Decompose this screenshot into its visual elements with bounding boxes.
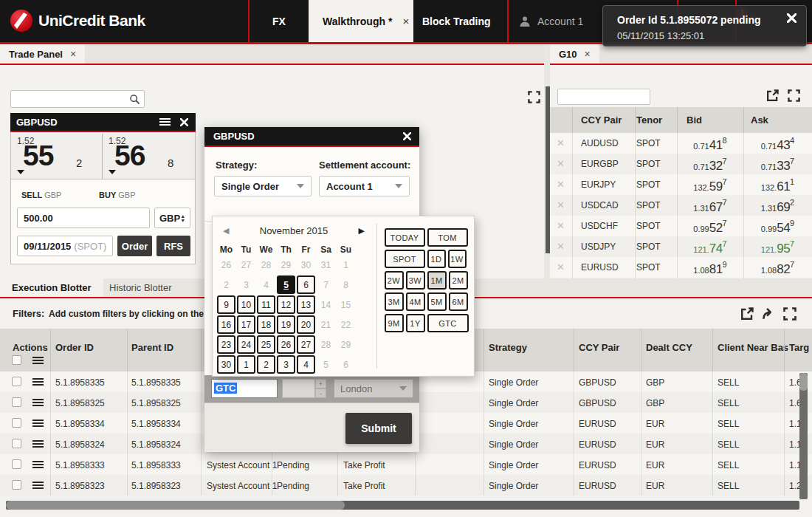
share-icon[interactable] (762, 307, 775, 321)
rate-row[interactable]: ✕ EURJPY SPOT 132.597 132.611 (550, 174, 812, 195)
tenor-button[interactable]: 3M (385, 292, 404, 311)
select-all-checkbox[interactable] (12, 355, 21, 365)
calendar-day[interactable]: 3 (277, 355, 295, 374)
bid-price[interactable]: 0.99527 (677, 219, 743, 236)
calendar-day[interactable]: 29 (337, 335, 355, 354)
col-order-id[interactable]: Order ID (55, 342, 94, 353)
row-checkbox[interactable] (12, 439, 21, 448)
calendar-day[interactable]: 12 (277, 295, 295, 314)
rate-row[interactable]: ✕ EURGBP SPOT 0.71327 0.71337 (550, 154, 812, 174)
calendar-day[interactable]: 24 (237, 335, 255, 354)
calendar-day[interactable]: 9 (217, 295, 235, 314)
tab-walkthrough[interactable]: Walkthrough * × (309, 0, 413, 42)
ask-price[interactable]: 132.611 (743, 177, 812, 194)
calendar-day[interactable]: 15 (337, 295, 355, 314)
calendar-day[interactable]: 26 (277, 335, 295, 354)
tenor-button[interactable]: 3W (406, 271, 425, 290)
calendar-day[interactable]: 4 (297, 355, 315, 374)
col-bid[interactable]: Bid (687, 114, 702, 126)
col-target[interactable]: Targ (789, 342, 809, 353)
tenor-button[interactable]: 1M (427, 271, 447, 290)
stepper-up[interactable]: + (315, 379, 326, 388)
calendar-day[interactable]: 4 (257, 275, 275, 294)
strategy-select[interactable]: Single Order (214, 176, 312, 196)
col-ccy-pair[interactable]: CCY Pair (581, 114, 622, 126)
calendar-day[interactable]: 6 (297, 275, 315, 294)
ask-price[interactable]: 0.71434 (743, 136, 812, 153)
row-checkbox[interactable] (12, 418, 21, 428)
tab-close-icon[interactable]: × (70, 48, 76, 60)
calendar-day[interactable]: 18 (257, 315, 275, 334)
sell-price-tile[interactable]: 1.52 55 2 (11, 134, 103, 179)
remove-row-icon[interactable]: ✕ (557, 262, 565, 272)
col-actions[interactable]: Actions (13, 342, 48, 353)
stepper-down[interactable]: - (315, 388, 326, 398)
next-month-icon[interactable]: ▶ (359, 226, 365, 236)
calendar-day[interactable]: 27 (237, 256, 255, 274)
calendar-day[interactable]: 16 (217, 315, 235, 334)
bid-price[interactable]: 0.71327 (677, 157, 743, 174)
calendar-day[interactable]: 14 (317, 295, 335, 314)
calendar-day[interactable]: 10 (237, 295, 255, 314)
tab-execution-blotter[interactable]: Execution Blotter (0, 278, 103, 297)
close-icon[interactable] (180, 118, 188, 126)
calendar-day[interactable]: 28 (317, 335, 335, 354)
gtc-expiry-input[interactable]: GTC (211, 379, 278, 398)
ask-price[interactable]: 121.957 (743, 239, 812, 256)
settlement-account-select[interactable]: Account 1 (319, 176, 410, 196)
row-checkbox[interactable] (12, 397, 21, 407)
tenor-button[interactable]: 2M (449, 271, 468, 290)
tenor-button[interactable]: GTC (427, 314, 469, 332)
row-checkbox[interactable] (12, 459, 21, 469)
calendar-day[interactable]: 28 (257, 256, 275, 274)
col-strategy[interactable]: Strategy (489, 342, 527, 353)
close-icon[interactable] (403, 132, 411, 140)
fullscreen-icon[interactable] (788, 89, 800, 102)
vertical-scrollbar[interactable] (799, 373, 808, 499)
row-menu-icon[interactable] (32, 420, 44, 427)
close-icon[interactable] (787, 13, 796, 23)
tenor-button[interactable]: SPOT (385, 250, 425, 268)
remove-row-icon[interactable]: ✕ (557, 200, 565, 210)
calendar-day[interactable]: 5 (277, 275, 295, 294)
rfs-button[interactable]: RFS (156, 236, 190, 256)
calendar-day[interactable]: 27 (297, 335, 315, 354)
remove-row-icon[interactable]: ✕ (557, 242, 565, 251)
actions-menu-icon[interactable] (32, 357, 44, 364)
pop-out-icon[interactable] (766, 89, 779, 102)
horizontal-scrollbar[interactable] (6, 501, 799, 510)
remove-row-icon[interactable]: ✕ (557, 221, 565, 230)
calendar-day[interactable]: 11 (257, 295, 275, 314)
fullscreen-icon[interactable] (528, 91, 540, 103)
scrollbar-thumb[interactable] (6, 501, 345, 510)
tenor-button[interactable]: TOM (427, 228, 468, 247)
col-ccy-pair[interactable]: CCY Pair (579, 342, 619, 353)
order-button[interactable]: Order (117, 236, 152, 256)
menu-icon[interactable] (159, 118, 171, 126)
rate-row[interactable]: ✕ USDCHF SPOT 0.99527 0.99549 (550, 216, 812, 236)
tab-close-icon[interactable]: × (585, 48, 591, 60)
calendar-day[interactable]: 6 (337, 355, 355, 374)
calendar-day[interactable]: 13 (297, 295, 315, 314)
search-input[interactable] (11, 91, 144, 107)
submit-button[interactable]: Submit (345, 413, 412, 444)
tab-g10[interactable]: G10 × (550, 44, 599, 64)
calendar-day[interactable]: 19 (277, 315, 295, 334)
timezone-select[interactable]: London (334, 379, 413, 398)
amount-input[interactable]: 500.00 (17, 208, 150, 228)
rate-row[interactable]: ✕ AUDUSD SPOT 0.71418 0.71434 (550, 133, 812, 154)
calendar-day[interactable]: 30 (217, 355, 235, 374)
search-input[interactable] (558, 89, 650, 104)
expiry-time-input[interactable] (282, 379, 315, 398)
bid-price[interactable]: 1.31677 (677, 198, 743, 215)
buy-price-tile[interactable]: 1.52 56 8 (103, 134, 194, 179)
ask-price[interactable]: 1.31692 (743, 198, 812, 215)
row-menu-icon[interactable] (32, 482, 44, 489)
tab-historic-blotter[interactable]: Historic Blotter (97, 278, 184, 297)
tab-close-icon[interactable]: × (402, 15, 409, 27)
fullscreen-icon[interactable] (783, 307, 796, 321)
ask-price[interactable]: 1.08827 (743, 260, 812, 277)
ask-price[interactable]: 0.71337 (743, 157, 812, 174)
col-tenor[interactable]: Tenor (636, 114, 662, 126)
row-menu-icon[interactable] (32, 378, 44, 386)
